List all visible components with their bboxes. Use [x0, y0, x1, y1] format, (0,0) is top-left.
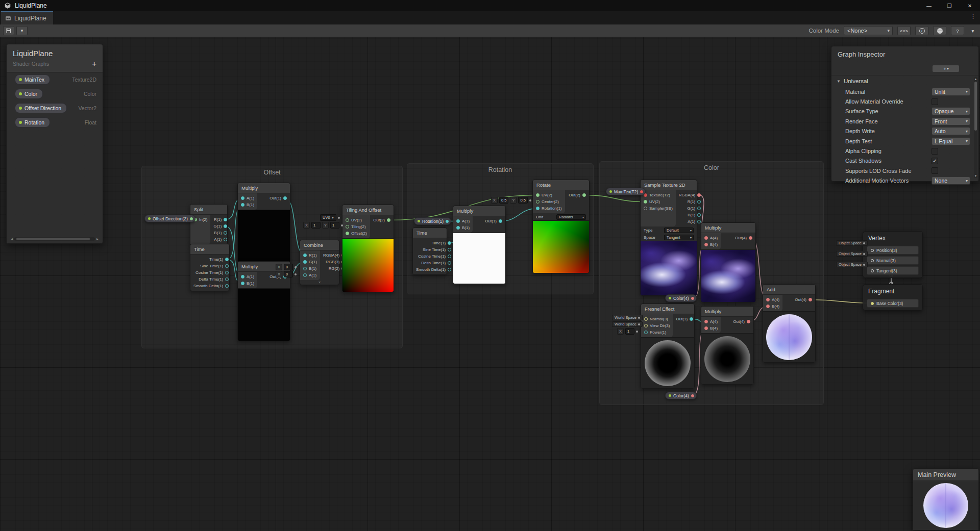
value-field[interactable]: 0 [284, 264, 293, 270]
port-dot[interactable] [346, 232, 349, 235]
port-dot[interactable] [766, 298, 770, 301]
port-dot[interactable] [747, 320, 750, 323]
space-enum-pill[interactable]: World Space [612, 315, 643, 320]
port-dot[interactable] [704, 326, 708, 330]
port-dot[interactable] [691, 394, 694, 397]
property-pill-color[interactable]: Color [15, 89, 43, 99]
property-node-pColor2[interactable]: Color(4) [665, 392, 697, 399]
port-dot[interactable] [224, 238, 227, 241]
scroll-left-icon[interactable]: ◂ [9, 237, 14, 241]
port-dot[interactable] [690, 317, 693, 321]
node-combine[interactable]: CombineR(1)G(1)B(1)A(1)RGBA(4)RGB(3)RG(2… [300, 240, 339, 285]
port-dot[interactable] [346, 218, 349, 222]
port-dot[interactable] [871, 249, 874, 252]
supports-lod-cross-fade-checkbox[interactable] [932, 167, 938, 174]
additional-motion-vectors-dropdown[interactable]: None [932, 176, 970, 185]
property-pill-rotation[interactable]: Rotation [15, 117, 50, 128]
port-dot[interactable] [225, 258, 229, 261]
space-enum-pill[interactable]: World Space [612, 321, 643, 327]
close-button[interactable]: ✕ [960, 0, 980, 11]
port-dot[interactable] [644, 200, 647, 204]
port-dot[interactable] [283, 196, 287, 200]
main-preview-viewport[interactable] [913, 481, 978, 530]
node-sample[interactable]: Sample Texture 2DTexture(T2)UV(2)Sampler… [640, 180, 697, 296]
graph-inspector-toggle-button[interactable]: i [915, 26, 928, 35]
port-dot[interactable] [691, 297, 694, 300]
port-dot[interactable] [871, 302, 874, 305]
port-dot[interactable] [225, 271, 229, 274]
port-dot[interactable] [697, 193, 701, 197]
save-asset-button[interactable] [3, 26, 14, 35]
port-dot[interactable] [190, 217, 193, 220]
block-row-base[interactable]: Base Color(3) [867, 299, 919, 308]
port-dot[interactable] [241, 282, 244, 285]
depth-write-dropdown[interactable]: Auto [932, 127, 970, 135]
value-field[interactable]: 1 [330, 222, 339, 229]
node-mulR[interactable]: MultiplyA(1)B(1)Out(1) [453, 206, 506, 284]
port-dot[interactable] [766, 305, 770, 308]
port-dot[interactable] [303, 273, 307, 277]
block-row-pos[interactable]: Position(3) [867, 246, 919, 255]
port-dot[interactable] [644, 317, 648, 321]
port-dot[interactable] [224, 224, 227, 228]
port-dot[interactable] [303, 254, 307, 257]
node-mulA[interactable]: MultiplyA(1)B(1)Out(1) [237, 183, 290, 263]
port-dot[interactable] [536, 193, 540, 197]
node-vertex[interactable]: Vertex Position(3) Normal(3) Tangent(3) [863, 231, 923, 278]
allow-material-override-checkbox[interactable] [932, 98, 938, 105]
port-dot[interactable] [303, 260, 307, 264]
view-generated-shader-button[interactable]: <×> [897, 26, 911, 35]
port-dot[interactable] [225, 284, 229, 288]
port-dot[interactable] [582, 193, 586, 197]
add-property-button[interactable]: + [92, 59, 96, 68]
material-dropdown[interactable]: Unlit [932, 88, 970, 96]
port-dot[interactable] [704, 236, 708, 240]
port-dot[interactable] [224, 231, 227, 235]
scrollbar-thumb[interactable] [16, 238, 90, 240]
port-dot[interactable] [499, 219, 502, 223]
port-dot[interactable] [224, 218, 227, 221]
type-dropdown[interactable]: Default [664, 227, 694, 233]
port-dot[interactable] [456, 219, 460, 223]
port-dot[interactable] [644, 324, 648, 327]
property-node-pOffsetDir[interactable]: Offset Direction(2) [144, 215, 195, 222]
port-dot[interactable] [303, 267, 307, 270]
value-field[interactable]: 1 [625, 328, 634, 335]
property-pill-offset-direction[interactable]: Offset Direction [15, 103, 67, 113]
space-dropdown[interactable]: Tangent [664, 235, 694, 240]
uv-channel-dropdown[interactable]: UV0 [320, 214, 336, 221]
unit-dropdown[interactable]: Radians [556, 214, 586, 220]
port-dot[interactable] [536, 207, 540, 210]
node-split[interactable]: SplitIn(2)R(1)G(1)B(1)A(1) [190, 204, 228, 245]
inspector-vscrollbar[interactable]: ▲ ▼ [974, 77, 977, 178]
tab-overflow-menu[interactable]: ⋮ [966, 11, 980, 24]
port-dot[interactable] [644, 207, 647, 210]
space-enum-pill[interactable]: Object Space [836, 262, 868, 267]
value-field[interactable]: 0 [284, 271, 293, 277]
port-dot[interactable] [346, 225, 349, 229]
port-dot[interactable] [241, 275, 244, 279]
node-timeR[interactable]: TimeTime(1)Sine Time(1)Cosine Time(1)Del… [412, 227, 447, 275]
port-dot[interactable] [448, 241, 451, 245]
value-field[interactable]: 0.5 [518, 197, 527, 204]
default-value-widget[interactable]: X0.5Y0.5 [491, 197, 531, 204]
port-dot[interactable] [697, 213, 701, 217]
node-mulC2[interactable]: MultiplyA(4)B(4)Out(4) [701, 306, 754, 385]
node-rotate[interactable]: RotateUV(2)Center(2)Rotation(1)Out(2)Uni… [532, 180, 590, 273]
surface-type-dropdown[interactable]: Opaque [932, 107, 970, 115]
default-value-widget[interactable]: X1Y1 [303, 222, 343, 229]
scrollbar-thumb[interactable] [974, 82, 977, 131]
port-dot[interactable] [697, 220, 701, 223]
port-dot[interactable] [225, 277, 229, 281]
space-enum-pill[interactable]: Object Space [836, 251, 868, 257]
default-value-widget[interactable]: X0 [276, 271, 297, 277]
main-preview-toggle-button[interactable] [933, 26, 946, 35]
node-timeA[interactable]: TimeTime(1)Sine Time(1)Cosine Time(1)Del… [190, 244, 230, 291]
value-field[interactable]: 1 [311, 222, 321, 229]
port-dot[interactable] [697, 200, 701, 204]
default-value-widget[interactable]: X1 [617, 328, 638, 335]
scroll-down-icon[interactable]: ▼ [974, 174, 977, 178]
node-mulC1[interactable]: MultiplyA(4)B(4)Out(4) [701, 222, 756, 302]
property-pill-maintex[interactable]: MainTex [15, 74, 50, 85]
cast-shadows-checkbox[interactable] [932, 158, 938, 164]
